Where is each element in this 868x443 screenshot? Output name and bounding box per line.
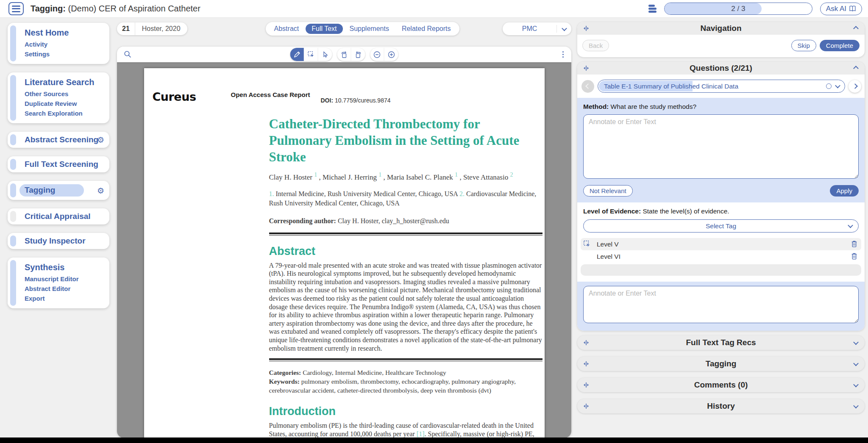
- article-categories: Categories: Cardiology, Internal Medicin…: [269, 368, 542, 395]
- ask-ai-label: Ask AI: [826, 5, 846, 13]
- sidebar-item-critical-appraisal[interactable]: Critical Appraisal: [25, 212, 103, 221]
- chevron-down-icon[interactable]: [854, 339, 858, 346]
- back-button[interactable]: Back: [582, 40, 609, 51]
- comments-section[interactable]: Comments (0): [577, 378, 865, 392]
- queue-stack-icon[interactable]: [648, 5, 657, 13]
- sidebar-item-full-text-screening[interactable]: Full Text Screening: [25, 160, 103, 169]
- annotate-pencil-button[interactable]: [290, 48, 304, 61]
- sidebar-item-search-exploration[interactable]: Search Exploration: [25, 108, 103, 118]
- corresponding-author: Corresponding author: Clay H. Hoster, cl…: [269, 217, 542, 225]
- next-question-button[interactable]: [849, 80, 861, 93]
- tab-related-reports[interactable]: Related Reports: [396, 24, 457, 34]
- full-text-tag-recs-section[interactable]: Full Text Tag Recs: [577, 335, 865, 350]
- pdf-scroll-area[interactable]: Cureus Open Access Case Report DOI: 10.7…: [117, 62, 571, 438]
- card-accent: [10, 183, 16, 197]
- card-accent: [10, 260, 16, 306]
- trash-icon[interactable]: [851, 252, 858, 260]
- sidebar-card-full-text-screening[interactable]: Full Text Screening: [8, 156, 109, 172]
- tab-supplements[interactable]: Supplements: [344, 24, 395, 34]
- chevron-up-icon[interactable]: [854, 25, 858, 32]
- apply-button[interactable]: Apply: [830, 185, 859, 197]
- skip-button[interactable]: Skip: [791, 40, 816, 51]
- sidebar-item-other-sources[interactable]: Other Sources: [25, 89, 103, 99]
- sidebar-item-settings[interactable]: Settings: [25, 49, 103, 59]
- progress-label: 2 / 3: [665, 3, 812, 14]
- annotate-textarea[interactable]: [583, 114, 859, 179]
- tag-row[interactable]: Level V: [581, 238, 861, 250]
- sidebar-item-export[interactable]: Export: [25, 293, 103, 303]
- question-dropdown-value: Table E-1 Summary of Published Clinical …: [604, 83, 738, 90]
- sidebar-item-tagging[interactable]: Tagging: [19, 184, 84, 197]
- rotate-cw-button[interactable]: [351, 48, 365, 61]
- zoom-in-button[interactable]: [384, 48, 398, 61]
- sidebar-card-study-inspector[interactable]: Study Inspector: [8, 233, 109, 249]
- zoom-out-button[interactable]: [370, 48, 384, 61]
- sidebar-card-literature-search: Literature Search Other Sources Duplicat…: [8, 72, 109, 123]
- sidebar-item-nest-home[interactable]: Nest Home: [25, 28, 103, 38]
- question-answer-area: Method: What are the study methods? Not …: [577, 98, 865, 202]
- tag-annotate-textarea[interactable]: [583, 286, 859, 323]
- tag-question-label: Level of Evidence: State the level(s) of…: [583, 208, 859, 215]
- progress-bar: 2 / 3: [664, 3, 812, 15]
- tab-abstract[interactable]: Abstract: [268, 24, 305, 34]
- section-title: History: [707, 401, 734, 411]
- sidebar-item-synthesis[interactable]: Synthesis: [25, 263, 103, 272]
- abstract-heading: Abstract: [269, 245, 542, 258]
- abstract-text: A 79-year-old male presented with an acu…: [269, 261, 542, 353]
- question-dropdown[interactable]: Table E-1 Summary of Published Clinical …: [598, 80, 845, 93]
- chevron-up-icon[interactable]: [854, 64, 858, 72]
- page-title-text: (Demo) CER of Aspiration Catheter: [68, 4, 200, 13]
- rotate-ccw-button[interactable]: [337, 48, 351, 61]
- history-section[interactable]: History: [577, 399, 865, 413]
- sidebar-card-critical-appraisal[interactable]: Critical Appraisal: [8, 208, 109, 224]
- card-accent: [10, 211, 16, 222]
- ask-ai-button[interactable]: Ask AI: [820, 3, 862, 15]
- sidebar-item-abstract-screening[interactable]: Abstract Screening: [25, 135, 103, 144]
- col-resize-icon[interactable]: [582, 361, 590, 367]
- sidebar-item-abstract-editor[interactable]: Abstract Editor: [25, 284, 103, 293]
- select-tag-placeholder: Select Tag: [584, 222, 858, 230]
- navigation-section: Navigation Back Skip Complete: [577, 22, 865, 57]
- journal-logo: Cureus: [153, 90, 231, 104]
- chevron-down-icon: [562, 25, 567, 31]
- tagging-section[interactable]: Tagging: [577, 357, 865, 371]
- trash-icon[interactable]: [851, 240, 858, 248]
- gear-icon[interactable]: ⚙: [97, 186, 104, 194]
- chevron-down-icon[interactable]: [854, 402, 858, 410]
- select-tag-dropdown[interactable]: Select Tag: [583, 219, 859, 233]
- tag-row[interactable]: Level VI: [581, 250, 861, 263]
- pdf-toolbar: [117, 47, 571, 62]
- col-resize-icon[interactable]: [582, 65, 590, 72]
- col-resize-icon[interactable]: [582, 382, 590, 388]
- not-relevant-button[interactable]: Not Relevant: [583, 185, 633, 197]
- sidebar-card-tagging[interactable]: Tagging ⚙: [8, 181, 109, 200]
- search-icon[interactable]: [124, 50, 132, 58]
- sidebar-item-manuscript-editor[interactable]: Manuscript Editor: [25, 274, 103, 284]
- pointer-button[interactable]: [318, 48, 332, 61]
- previous-question-button[interactable]: [581, 80, 594, 93]
- clear-circle-icon[interactable]: [826, 83, 832, 89]
- sidebar-item-study-inspector[interactable]: Study Inspector: [25, 236, 103, 246]
- navigation-header: Navigation: [577, 22, 865, 35]
- col-resize-icon[interactable]: [582, 340, 590, 346]
- study-header-row: 21 Hoster, 2020 Abstract Full Text Suppl…: [117, 22, 571, 36]
- kebab-menu-icon[interactable]: [562, 51, 564, 58]
- sidebar-card-abstract-screening[interactable]: Abstract Screening ⚙: [8, 132, 109, 148]
- gear-icon[interactable]: ⚙: [97, 136, 104, 144]
- tab-full-text[interactable]: Full Text: [306, 24, 342, 34]
- col-resize-icon[interactable]: [582, 25, 590, 32]
- chevron-down-icon[interactable]: [854, 381, 858, 389]
- marquee-select-button[interactable]: [304, 48, 318, 61]
- sidebar-item-duplicate-review[interactable]: Duplicate Review: [25, 99, 103, 108]
- menu-icon[interactable]: [8, 2, 24, 15]
- locate-annotation-icon[interactable]: [583, 240, 591, 248]
- page-title: Tagging: (Demo) CER of Aspiration Cathet…: [31, 4, 200, 14]
- card-accent: [10, 235, 16, 246]
- sidebar-item-activity[interactable]: Activity: [25, 39, 103, 49]
- complete-button[interactable]: Complete: [820, 40, 860, 51]
- sidebar-item-literature-search[interactable]: Literature Search: [25, 78, 103, 87]
- chevron-down-icon: [835, 83, 840, 89]
- col-resize-icon[interactable]: [582, 403, 590, 410]
- chevron-down-icon[interactable]: [854, 360, 858, 368]
- source-dropdown[interactable]: PMC: [503, 22, 571, 35]
